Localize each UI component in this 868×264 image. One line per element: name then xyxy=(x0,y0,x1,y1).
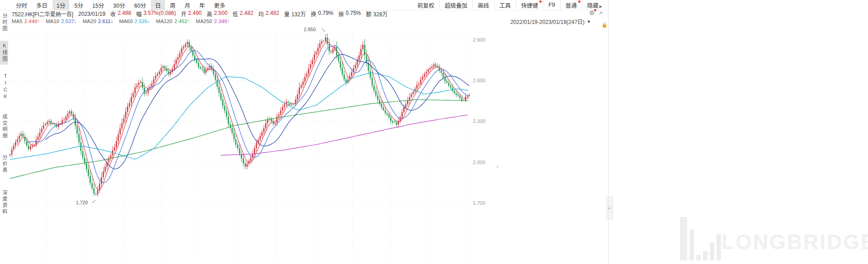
candle-body xyxy=(400,117,401,121)
quote-field-label: 幅 xyxy=(136,10,142,18)
toolbar-menu-item[interactable]: F9 xyxy=(543,1,560,9)
chevron-right-icon[interactable]: › xyxy=(496,163,499,170)
quote-info-row: 7522.HK[FI二华夏纳一百] 2023/01/19 收2.498幅3.57… xyxy=(0,10,608,17)
candle-body xyxy=(340,61,341,67)
quote-field-label: 额 xyxy=(366,10,372,18)
candle-body xyxy=(52,124,54,124)
quote-field: 换0.79% xyxy=(311,10,333,18)
candlestick-chart[interactable]: 2.9002.6002.3002.0001.7002.9501.720 xyxy=(0,25,609,264)
ma-value: 2.349↑ xyxy=(214,19,230,24)
date-range-selector[interactable]: 2022/01/19-2023/01/19(247日) ▼ xyxy=(510,18,591,25)
candle-body xyxy=(231,128,233,133)
candle-body xyxy=(394,122,395,123)
candle-body xyxy=(274,123,276,124)
candle-body xyxy=(45,124,46,126)
period-tab[interactable]: 周 xyxy=(166,0,180,10)
toolbar-menu-item[interactable]: 快捷键 xyxy=(516,0,543,10)
quote-field-value: 2.492 xyxy=(265,10,279,18)
period-tab[interactable]: 月 xyxy=(180,0,194,10)
candle-body xyxy=(157,74,158,75)
candle-body xyxy=(17,139,18,142)
toolbar-menu-item[interactable]: 工具 xyxy=(494,0,516,10)
toolbar-menu-item[interactable]: 前复权 xyxy=(412,0,439,10)
candle-body xyxy=(288,102,289,103)
lock-icon[interactable] xyxy=(603,24,606,28)
candle-body xyxy=(441,71,442,73)
candle-body xyxy=(403,108,405,112)
candle-body xyxy=(177,57,179,60)
period-tab[interactable]: 日 xyxy=(151,0,165,10)
candle-body xyxy=(265,123,266,128)
gear-icon[interactable]: ⚙ xyxy=(589,9,594,16)
candle-body xyxy=(306,74,307,77)
candle-body xyxy=(86,163,87,170)
candle-body xyxy=(69,111,71,113)
candle-body xyxy=(439,67,440,71)
ma-value: 2.526↓ xyxy=(135,19,151,24)
popout-icon[interactable]: ↗ xyxy=(599,10,603,16)
period-tab[interactable]: 5分 xyxy=(70,0,87,10)
trading-app-window: LONGBRIDGE 分时多日1分5分15分30分60分日周月年更多 前复权超级… xyxy=(0,0,868,264)
candle-body xyxy=(78,134,80,142)
candle-body xyxy=(433,65,434,67)
period-tab[interactable]: 1分 xyxy=(52,0,69,10)
candle-body xyxy=(317,48,319,52)
period-tab[interactable]: 多日 xyxy=(32,0,52,10)
ma-label: MA120 xyxy=(156,19,172,24)
ma-label: MA5 xyxy=(12,19,23,24)
candle-body xyxy=(131,97,132,103)
candle-body xyxy=(66,117,67,120)
quote-field-value: 2.490 xyxy=(188,10,202,18)
candle-body xyxy=(203,70,205,73)
quote-field-value: 0.75% xyxy=(346,10,361,18)
candle-body xyxy=(388,115,390,118)
candle-body xyxy=(11,150,13,155)
period-tab[interactable]: 30分 xyxy=(109,0,129,10)
toolbar-menu-item[interactable]: 画线 xyxy=(472,0,494,10)
ma-value: 2.449↑ xyxy=(24,19,40,24)
candle-body xyxy=(84,158,85,163)
ma60-line xyxy=(10,72,468,160)
candle-body xyxy=(134,87,136,94)
candle-body xyxy=(332,49,334,52)
ma-legend: MA52.449↑MA102.537↓MA202.611↓MA602.526↓M… xyxy=(12,19,230,24)
candle-body xyxy=(405,104,406,108)
period-tab[interactable]: 15分 xyxy=(88,0,108,10)
candle-body xyxy=(237,145,238,148)
candle-body xyxy=(342,67,343,74)
candle-body xyxy=(125,112,127,118)
candle-body xyxy=(20,134,22,136)
candle-body xyxy=(110,156,112,158)
candle-body xyxy=(104,167,106,172)
ma-label: MA10 xyxy=(46,19,59,24)
candle-body xyxy=(224,106,226,111)
quote-field: 高2.500 xyxy=(207,10,227,18)
ma-legend-item: MA102.537↓ xyxy=(46,19,77,24)
longbridge-logo xyxy=(680,217,721,260)
candle-body xyxy=(407,101,408,104)
quote-field: 均2.492 xyxy=(258,10,279,18)
period-tab[interactable]: 60分 xyxy=(130,0,150,10)
quote-field: 振0.75% xyxy=(339,10,361,18)
quote-field-value: 328万 xyxy=(373,10,388,18)
candle-body xyxy=(420,80,421,84)
candle-body xyxy=(467,96,468,97)
period-tab[interactable]: 更多 xyxy=(210,0,229,10)
candle-body xyxy=(23,134,24,137)
candle-body xyxy=(381,104,382,107)
quote-field-label: 低 xyxy=(232,10,238,18)
candle-body xyxy=(295,99,297,104)
kline-chart-module: 分时多日1分5分15分30分60分日周月年更多 前复权超级叠加画线工具快捷键F9… xyxy=(0,0,609,264)
period-tab[interactable]: 分时 xyxy=(12,0,31,10)
candle-body xyxy=(459,96,461,98)
candle-body xyxy=(284,104,285,107)
date-range-label: 2022/01/19-2023/01/19(247日) xyxy=(510,18,585,25)
period-tab[interactable]: 年 xyxy=(195,0,209,10)
candle-body xyxy=(222,99,223,106)
candle-body xyxy=(259,136,261,139)
toolbar-menu-item[interactable]: 普通 xyxy=(560,0,582,10)
toolbar-menu-item[interactable]: 超级叠加 xyxy=(439,0,472,10)
candle-body xyxy=(189,42,190,47)
candle-body xyxy=(359,55,360,60)
candle-body xyxy=(63,119,65,120)
